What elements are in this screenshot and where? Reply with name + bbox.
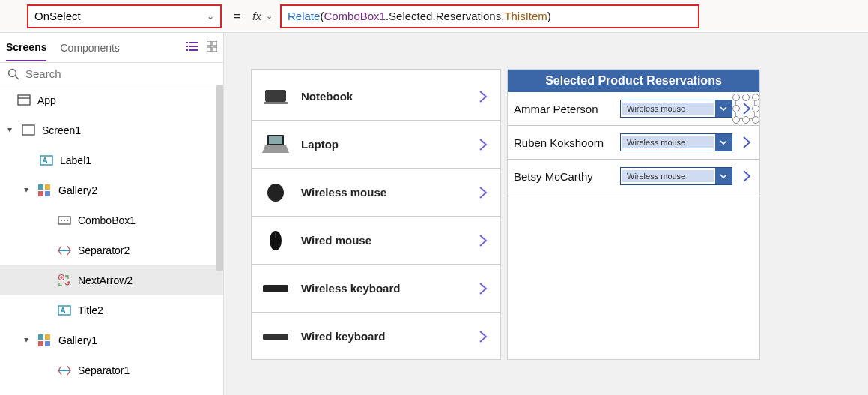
product-thumb (261, 228, 291, 253)
tree-item-app[interactable]: App (0, 85, 223, 115)
gallery-products[interactable]: NotebookLaptopWireless mouseWired mouseW… (251, 69, 501, 360)
chevron-down-icon[interactable] (715, 134, 732, 151)
chevron-right-icon[interactable] (478, 282, 491, 295)
tree-item-gallery1[interactable]: ▲Gallery1 (0, 325, 223, 355)
canvas[interactable]: NotebookLaptopWireless mouseWired mouseW… (224, 33, 868, 395)
svg-rect-6 (207, 41, 211, 46)
reservations-header: Selected Product Reservations (508, 70, 759, 92)
svg-marker-16 (262, 145, 289, 153)
reservation-row[interactable]: Ammar PetersonWireless mouse (508, 92, 759, 126)
tree-item-label: App (37, 94, 56, 106)
grid-icon[interactable] (207, 41, 217, 54)
combobox[interactable]: Wireless mouse (620, 167, 732, 185)
formula-input[interactable]: Relate( ComboBox1.Selected.Reservations,… (280, 4, 699, 28)
nextarrow-icon (57, 273, 72, 288)
svg-rect-19 (275, 232, 276, 238)
caret-icon[interactable]: ▲ (21, 187, 31, 195)
tree-item-label: Separator1 (78, 364, 130, 376)
next-arrow[interactable] (740, 135, 753, 150)
property-selector[interactable]: ⌄ (27, 4, 222, 28)
formula-token: ) (547, 10, 551, 22)
label-icon (39, 153, 54, 168)
svg-rect-21 (263, 334, 288, 340)
svg-rect-1 (189, 42, 198, 43)
svg-rect-7 (213, 41, 217, 46)
chevron-right-icon[interactable] (478, 90, 491, 103)
caret-icon[interactable]: ▲ (21, 337, 31, 345)
svg-rect-5 (189, 49, 198, 51)
tree-item-title2[interactable]: Title2 (0, 295, 223, 325)
tree-view-panel: Screens Components App▲Screen1Label1▲Gal… (0, 33, 224, 395)
search-input[interactable] (25, 67, 216, 80)
chevron-right-icon[interactable] (478, 186, 491, 199)
combobox[interactable]: Wireless mouse (620, 133, 732, 151)
chevron-down-icon[interactable] (715, 168, 732, 184)
tree-item-gallery2[interactable]: ▲Gallery2 (0, 175, 223, 205)
tree-item-separator1[interactable]: Separator1 (0, 355, 223, 385)
formula-token: Relate (288, 10, 320, 22)
formula-token: ComboBox1 (324, 10, 386, 22)
svg-rect-9 (213, 47, 217, 52)
svg-rect-4 (186, 49, 188, 51)
product-row[interactable]: Notebook (252, 73, 500, 121)
product-row[interactable]: Wireless keyboard (252, 265, 500, 313)
chevron-down-icon[interactable]: ⌄ (266, 11, 273, 21)
tree-item-label1[interactable]: Label1 (0, 145, 223, 175)
svg-point-17 (267, 184, 284, 202)
reservation-row[interactable]: Ruben KokshoornWireless mouse (508, 126, 759, 160)
tree-item-screen1[interactable]: ▲Screen1 (0, 115, 223, 145)
next-arrow[interactable] (740, 169, 753, 184)
gallery-icon (37, 333, 52, 348)
equals-label: = (229, 10, 245, 23)
label-icon (57, 303, 72, 318)
reservation-name: Ammar Peterson (514, 103, 613, 115)
tree-item-nextarrow2[interactable]: NextArrow2 (0, 265, 223, 295)
svg-point-10 (9, 69, 16, 76)
app-icon (16, 93, 31, 108)
chevron-right-icon[interactable] (478, 234, 491, 247)
formula-token: ThisItem (504, 10, 547, 22)
tree-item-label: NextArrow2 (78, 274, 133, 286)
chevron-right-icon[interactable] (478, 330, 491, 343)
tree-item-combobox1[interactable]: ComboBox1 (0, 205, 223, 235)
reservation-row[interactable]: Betsy McCarthyWireless mouse (508, 160, 759, 193)
tree-view[interactable]: App▲Screen1Label1▲Gallery2ComboBox1Separ… (0, 85, 223, 395)
tree-item-label: Separator2 (78, 244, 130, 256)
svg-rect-0 (186, 42, 188, 43)
product-name: Wireless mouse (301, 186, 467, 199)
product-name: Wired keyboard (301, 330, 467, 343)
svg-rect-3 (189, 46, 198, 47)
tab-components[interactable]: Components (60, 35, 119, 61)
reservation-name: Betsy McCarthy (514, 170, 613, 183)
tree-item-separator2[interactable]: Separator2 (0, 235, 223, 265)
svg-rect-13 (264, 102, 288, 104)
tab-screens[interactable]: Screens (6, 34, 46, 61)
gallery-reservations[interactable]: Selected Product Reservations Ammar Pete… (507, 69, 760, 360)
tree-item-label: ComboBox1 (78, 214, 136, 226)
product-name: Wireless keyboard (301, 282, 467, 295)
product-name: Laptop (301, 138, 467, 151)
caret-icon[interactable]: ▲ (4, 127, 15, 135)
scrollbar[interactable] (216, 85, 223, 271)
list-icon[interactable] (186, 41, 198, 54)
tree-item-label: Gallery2 (58, 184, 97, 196)
chevron-down-icon[interactable]: ⌄ (207, 11, 214, 22)
product-row[interactable]: Wired keyboard (252, 313, 500, 360)
product-thumb (261, 276, 291, 301)
formula-token: .Selected.Reservations (386, 10, 501, 22)
tree-item-label: Label1 (60, 154, 91, 166)
svg-rect-12 (265, 90, 286, 102)
product-row[interactable]: Wireless mouse (252, 169, 500, 217)
svg-line-11 (16, 76, 19, 79)
screen-icon (21, 123, 36, 138)
product-row[interactable]: Wired mouse (252, 217, 500, 265)
combobox-value: Wireless mouse (622, 136, 714, 148)
next-arrow[interactable] (740, 101, 753, 116)
product-row[interactable]: Laptop (252, 121, 500, 169)
chevron-down-icon[interactable] (715, 100, 732, 117)
property-input[interactable] (34, 10, 207, 22)
chevron-right-icon[interactable] (478, 138, 491, 151)
product-name: Notebook (301, 90, 467, 103)
fx-label[interactable]: fx ⌄ (252, 10, 273, 22)
combobox[interactable]: Wireless mouse (620, 100, 732, 118)
